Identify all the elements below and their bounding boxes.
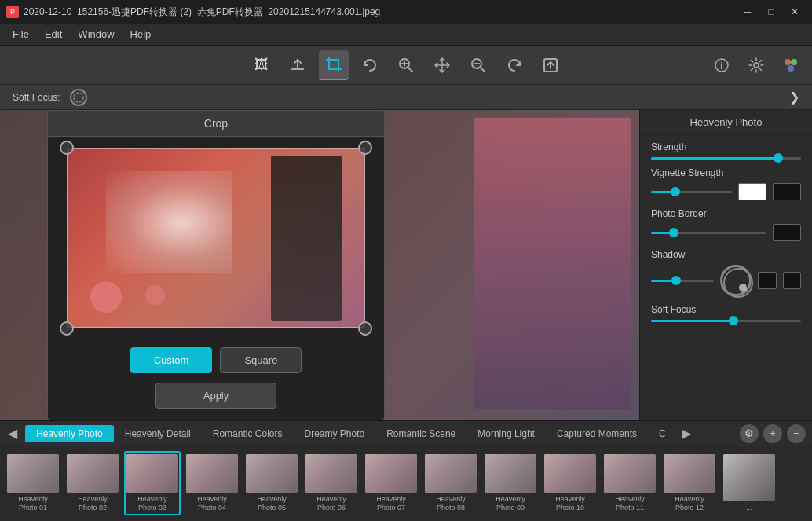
crop-handle-bl[interactable] [60, 321, 74, 336]
tab-romantic-colors[interactable]: Romantic Colors [202, 425, 294, 442]
border-slider-row [651, 224, 801, 241]
shadow-direction-circle[interactable] [720, 265, 752, 296]
thumb-item-12[interactable]: HeavenlyPhoto 12 [661, 451, 718, 515]
tab-captured-moments[interactable]: Captured Moments [546, 425, 648, 442]
close-button[interactable]: ✕ [784, 3, 806, 20]
thumb-item-08[interactable]: HeavenlyPhoto 08 [422, 451, 479, 515]
softfocus-fill [651, 320, 733, 322]
panel-add-button[interactable]: + [763, 424, 782, 443]
shadow-color1[interactable] [758, 272, 777, 289]
crop-handle-tl[interactable] [60, 141, 74, 155]
thumb-item-04[interactable]: HeavenlyPhoto 04 [184, 451, 240, 515]
app-icon: P [6, 6, 19, 18]
thumb-img-05 [246, 454, 298, 493]
effects-icon[interactable] [776, 50, 806, 80]
thumb-item-05[interactable]: HeavenlyPhoto 05 [243, 451, 300, 515]
crop-image-container[interactable] [67, 148, 365, 328]
thumb-img-03 [126, 454, 178, 493]
panel-bottom-icons: ⚙ + − [740, 424, 809, 443]
thumb-item-10[interactable]: HeavenlyPhoto 10 [542, 451, 598, 515]
tab-morning-light[interactable]: Morning Light [466, 425, 546, 442]
menu-edit[interactable]: Edit [37, 25, 70, 43]
tab-c[interactable]: C [648, 425, 677, 442]
border-color-swatch[interactable] [773, 224, 801, 241]
softfocus-bar: Soft Focus: ❯ [0, 85, 812, 110]
vignette-slider-row [651, 183, 801, 200]
thumb-img-06 [305, 454, 357, 493]
svg-point-8 [791, 59, 797, 65]
panel-settings-button[interactable]: ⚙ [740, 424, 759, 443]
crop-handle-tr[interactable] [358, 141, 372, 155]
vignette-color-white[interactable] [738, 183, 766, 200]
crop-panel-title: Crop [48, 111, 384, 137]
strength-thumb[interactable] [774, 153, 783, 163]
border-label: Photo Border [651, 208, 801, 219]
thumb-item-03[interactable]: HeavenlyPhoto 03 [124, 451, 181, 515]
border-slider[interactable] [651, 232, 766, 234]
info-icon[interactable] [707, 50, 737, 80]
rotate-icon[interactable] [355, 50, 385, 80]
thumb-item-02[interactable]: HeavenlyPhoto 02 [64, 451, 121, 515]
softfocus-slider[interactable] [651, 320, 801, 322]
thumb-item-07[interactable]: HeavenlyPhoto 07 [363, 451, 419, 515]
vignette-color-black[interactable] [773, 183, 801, 200]
window-controls: ─ □ ✕ [737, 3, 806, 20]
toolbar-right [707, 50, 806, 80]
thumb-img-04 [186, 454, 238, 493]
filter-scroll-left[interactable]: ◀ [3, 424, 22, 442]
tab-dreamy-photo[interactable]: Dreamy Photo [293, 425, 375, 442]
tab-heavenly-detail[interactable]: Heavenly Detail [114, 425, 202, 442]
thumb-label-08: HeavenlyPhoto 08 [436, 495, 466, 512]
thumb-label-06: HeavenlyPhoto 06 [316, 495, 346, 512]
thumb-item-09[interactable]: HeavenlyPhoto 09 [482, 451, 539, 515]
export-icon[interactable] [536, 50, 565, 80]
crop-mode-buttons: Custom Square [48, 339, 384, 378]
thumb-item-06[interactable]: HeavenlyPhoto 06 [303, 451, 360, 515]
shadow-label: Shadow [651, 249, 801, 260]
strength-slider[interactable] [651, 157, 801, 160]
tab-heavenly-photo[interactable]: Heavenly Photo [25, 425, 114, 442]
shadow-slider[interactable] [651, 280, 714, 282]
crop-square-button[interactable]: Square [220, 347, 302, 373]
filter-scroll-right[interactable]: ▶ [677, 424, 696, 442]
shadow-slider-row [651, 265, 801, 296]
minimize-button[interactable]: ─ [737, 3, 759, 20]
menu-file[interactable]: File [5, 25, 37, 43]
tab-romantic-scene[interactable]: Romantic Scene [375, 425, 466, 442]
zoom-in-icon[interactable] [391, 50, 421, 80]
move-icon[interactable] [427, 50, 457, 80]
shadow-thumb[interactable] [671, 276, 681, 285]
crop-custom-button[interactable]: Custom [130, 347, 213, 373]
menu-help[interactable]: Help [123, 25, 159, 43]
thumb-label-more: ... [746, 504, 752, 512]
border-thumb[interactable] [669, 228, 678, 237]
maximize-button[interactable]: □ [760, 3, 782, 20]
menu-window[interactable]: Window [70, 25, 122, 43]
thumb-img-10 [544, 454, 596, 493]
right-panel: Heavenly Photo Strength Vignette Strengt… [639, 110, 812, 420]
thumb-item-11[interactable]: HeavenlyPhoto 11 [602, 451, 658, 515]
thumb-label-11: HeavenlyPhoto 11 [615, 495, 645, 512]
softfocus-thumb[interactable] [729, 316, 738, 325]
right-panel-title: Heavenly Photo [640, 110, 812, 135]
vignette-thumb[interactable] [671, 187, 680, 196]
crop-apply-button[interactable]: Apply [155, 383, 277, 409]
settings-icon[interactable] [741, 50, 771, 80]
strength-slider-row [651, 157, 801, 160]
strength-label: Strength [651, 141, 801, 152]
photo-icon[interactable]: 🖼 [247, 50, 276, 80]
panel-remove-button[interactable]: − [787, 424, 806, 443]
zoom-out-icon[interactable] [463, 50, 493, 80]
crop-icon[interactable] [319, 50, 349, 80]
thumb-img-01 [7, 454, 59, 493]
shadow-color2[interactable] [783, 272, 802, 289]
redo-icon[interactable] [499, 50, 529, 80]
strength-fill [651, 157, 778, 160]
crop-handle-br[interactable] [358, 321, 372, 336]
svg-point-9 [788, 65, 794, 72]
thumb-item-more[interactable]: ... [721, 451, 777, 515]
vignette-slider[interactable] [651, 191, 732, 193]
thumb-item-01[interactable]: HeavenlyPhoto 01 [5, 451, 61, 515]
panel-nav-arrow[interactable]: ❯ [789, 90, 799, 105]
upload-icon[interactable] [283, 50, 313, 80]
